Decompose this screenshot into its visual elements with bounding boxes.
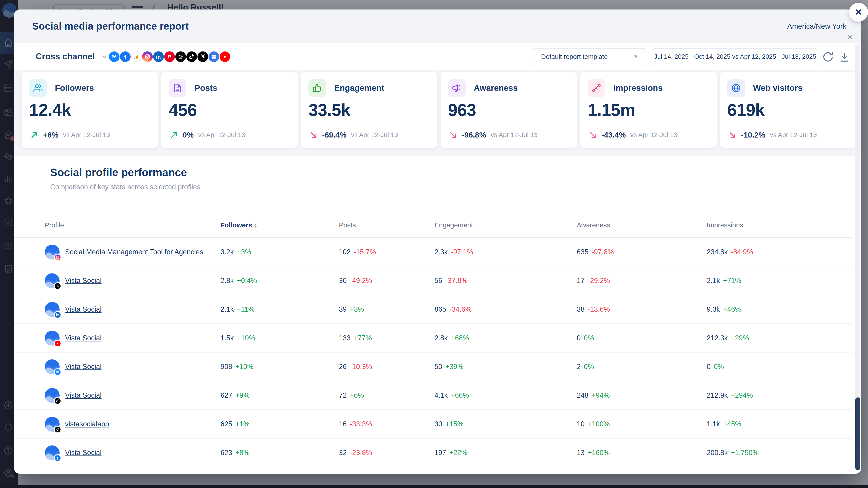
awareness-cell: 10 +100%: [577, 420, 707, 428]
profile-cell: Vista Social: [45, 302, 220, 317]
channel-selector[interactable]: Cross channel: [36, 43, 107, 70]
impressions-cell: 2.1k +71%: [707, 276, 852, 285]
table-row: Vista Social623 +8%32 -23.8%197 +22%13 +…: [14, 438, 852, 467]
thumbs-up-icon: [308, 79, 326, 97]
stat-change-pct: +29%: [731, 334, 749, 342]
stat-change-pct: -97.1%: [451, 248, 473, 256]
awareness-cell: 13 +160%: [577, 449, 707, 457]
profile-link[interactable]: vistasocialapp: [65, 420, 109, 428]
instagram-badge-icon: [54, 254, 61, 261]
stat-value: 2.8k: [434, 334, 448, 342]
stat-change-pct: -37.8%: [445, 276, 467, 285]
posts-cell: 26 -10.3%: [339, 363, 434, 371]
stat-change-pct: -15.7%: [354, 248, 376, 256]
avatar: [45, 245, 60, 259]
metric-value: 12.4k: [29, 100, 71, 120]
trend-down-arrow-icon: [449, 131, 457, 139]
stat-value: 212.3k: [707, 334, 728, 342]
avatar: [45, 388, 60, 403]
metric-label: Awareness: [474, 83, 518, 93]
profile-link[interactable]: Vista Social: [65, 305, 101, 314]
metric-label: Impressions: [613, 83, 663, 93]
stat-change-pct: -84.9%: [731, 248, 753, 256]
users-icon: [29, 79, 47, 97]
refresh-button[interactable]: [822, 51, 834, 63]
stat-change-pct: +1,750%: [731, 449, 758, 457]
metric-label: Web visitors: [753, 83, 803, 93]
linkedin-badge-icon: [54, 311, 61, 319]
column-header-posts[interactable]: Posts: [339, 221, 434, 229]
youtube-badge-icon: [54, 339, 61, 347]
report-template-dropdown[interactable]: Default report template ▼: [533, 48, 646, 65]
followers-cell: 625 +1%: [220, 420, 339, 428]
metric-change-pct: 0%: [183, 131, 194, 139]
profile-link[interactable]: Vista Social: [65, 334, 101, 342]
awareness-cell: 38 -13.6%: [577, 305, 707, 314]
modal-close-button[interactable]: ✕: [849, 3, 868, 22]
column-header-followers[interactable]: Followers ↓: [220, 221, 339, 229]
modal-title: Social media performance report: [32, 21, 189, 32]
stat-value: 865: [434, 305, 446, 314]
stat-change-pct: +0.4%: [237, 276, 257, 285]
stat-change-pct: +3%: [237, 248, 251, 256]
posts-cell: 16 -33.3%: [339, 420, 434, 428]
column-header-profile[interactable]: Profile: [45, 221, 220, 229]
metric-label: Engagement: [334, 83, 384, 93]
avatar: @: [45, 417, 60, 431]
stat-change-pct: -23.8%: [350, 449, 372, 457]
engagement-cell: 2.3k -97.1%: [434, 248, 577, 256]
x-badge-icon: [54, 282, 61, 290]
profile-cell: @ vistasocialapp: [45, 417, 220, 431]
stat-change-pct: -33.3%: [350, 420, 372, 428]
date-range-picker[interactable]: Jul 14, 2025 - Oct 14, 2025 vs Apr 12, 2…: [653, 48, 817, 65]
svg-text:P: P: [168, 54, 171, 59]
column-header-awareness[interactable]: Awareness: [577, 221, 707, 229]
bluesky-icon: [109, 51, 120, 62]
stat-change-pct: +15%: [445, 420, 463, 428]
stat-change-pct: +100%: [588, 420, 610, 428]
stat-change-pct: +22%: [450, 449, 467, 457]
profile-link[interactable]: Vista Social: [65, 276, 101, 285]
scatter-icon: [588, 79, 605, 97]
stat-value: 1.1k: [707, 420, 720, 428]
megaphone-icon: [448, 79, 466, 97]
stat-value: 39: [339, 305, 347, 314]
table-row: Vista Social2.1k +11%39 +3%865 -34.6%38 …: [14, 295, 852, 324]
impressions-cell: 0 0%: [707, 363, 852, 371]
trend-up-arrow-icon: [30, 131, 38, 139]
profile-link[interactable]: Vista Social: [65, 391, 101, 399]
awareness-cell: 17 -29.2%: [577, 276, 707, 285]
metric-card-posts: Posts 456 0% vs Apr 12-Jul 13: [161, 72, 298, 148]
stat-change-pct: +11%: [237, 305, 255, 314]
metric-card-engagement: Engagement 33.5k -69.4% vs Apr 12-Jul 13: [301, 72, 437, 148]
stat-change-pct: +6%: [350, 391, 364, 399]
stat-change-pct: +66%: [451, 391, 469, 399]
awareness-cell: 0 0%: [577, 334, 707, 342]
stat-value: 3.2k: [220, 248, 234, 256]
modal-scrollbar-thumb[interactable]: [855, 397, 860, 470]
metric-label: Posts: [194, 83, 217, 93]
trend-down-arrow-icon: [589, 131, 597, 139]
metric-card-awareness: Awareness 963 -96.8% vs Apr 12-Jul 13: [440, 72, 577, 148]
engagement-cell: 56 -37.8%: [434, 276, 577, 285]
download-button[interactable]: [838, 51, 851, 63]
awareness-cell: 635 -97.8%: [577, 248, 707, 256]
google-business-icon: [209, 51, 219, 62]
profile-link[interactable]: Social Media Management Tool for Agencie…: [65, 248, 203, 256]
stat-value: 50: [434, 363, 442, 371]
column-header-engagement[interactable]: Engagement: [434, 221, 577, 229]
stat-change-pct: -49.2%: [350, 276, 372, 285]
engagement-cell: 865 -34.6%: [434, 305, 577, 314]
profile-link[interactable]: Vista Social: [65, 449, 101, 457]
profile-link[interactable]: Vista Social: [65, 363, 101, 371]
close-icon[interactable]: ✕: [847, 34, 853, 41]
profile-cell: Vista Social: [45, 359, 220, 374]
column-header-impressions[interactable]: Impressions: [707, 221, 852, 229]
metric-compare-period: vs Apr 12-Jul 13: [630, 131, 677, 139]
stat-value: 133: [339, 334, 351, 342]
stat-change-pct: +8%: [236, 449, 250, 457]
followers-cell: 1.5k +10%: [220, 334, 339, 342]
stat-value: 212.9k: [707, 391, 728, 399]
stat-change-pct: +3%: [350, 305, 364, 314]
instagram-icon: [142, 51, 153, 62]
